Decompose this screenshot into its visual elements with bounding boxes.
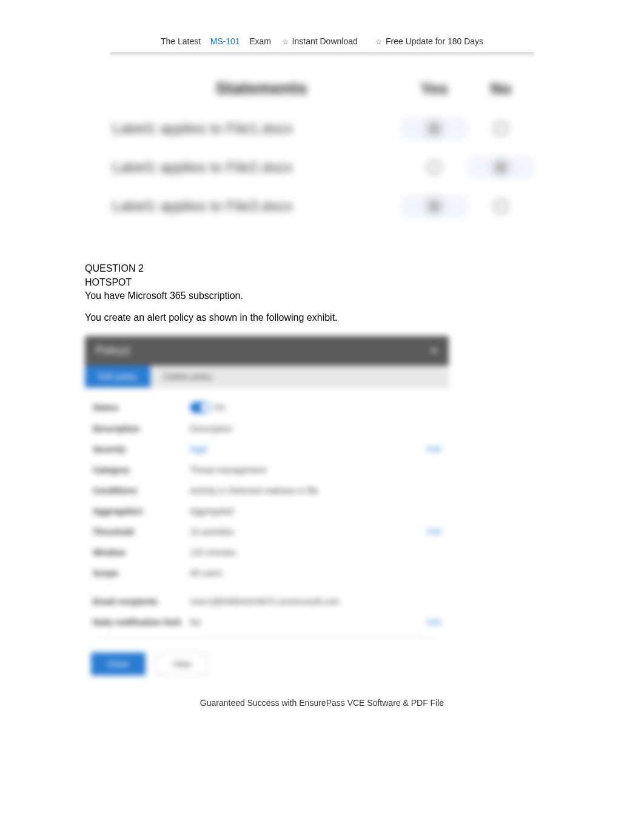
yes-cell[interactable] — [401, 195, 468, 217]
row-aggregation: Aggregation Aggregated — [92, 501, 442, 521]
top-banner: The Latest MS-101 Exam ☆ Instant Downloa… — [85, 36, 559, 46]
status-toggle[interactable]: On — [190, 402, 226, 413]
row-status: Status On — [92, 397, 442, 418]
yes-cell[interactable] — [401, 160, 468, 175]
description-label: Description — [93, 424, 190, 434]
threshold-edit-link[interactable]: Edit — [428, 527, 441, 536]
description-value: Description — [190, 424, 232, 434]
category-label: Category — [93, 465, 190, 475]
table-row: Label1 applies to File3.docx — [110, 187, 534, 226]
conditions-label: Conditions — [93, 486, 190, 495]
question-type: HOTSPOT — [85, 276, 559, 289]
aggregation-value: Aggregated — [190, 506, 233, 516]
panel-divider — [92, 587, 442, 588]
table-row: Label1 applies to File2.docx — [110, 148, 534, 187]
tab-edit-policy[interactable]: Edit policy — [85, 366, 150, 387]
window-value: 120 minutes — [190, 548, 236, 557]
yes-header: Yes — [401, 79, 468, 98]
yes-cell[interactable] — [401, 118, 468, 139]
threshold-value: 10 activities — [190, 527, 234, 537]
row-threshold: Threshold 10 activities Edit — [92, 521, 442, 542]
toggle-pill-icon[interactable] — [190, 402, 210, 413]
no-cell[interactable] — [468, 156, 534, 178]
recipients-value: User1@M365x024875.onmicrosoft.com — [190, 597, 340, 606]
top-divider — [110, 52, 534, 56]
exam-code-link[interactable]: MS-101 — [210, 36, 240, 46]
dailylimit-label: Daily notification limit — [93, 617, 190, 627]
footer-note: Guaranteed Success with EnsurePass VCE S… — [0, 698, 644, 708]
star-icon: ☆ — [375, 38, 382, 46]
severity-value: High — [190, 444, 207, 454]
statement-text: Label1 applies to File1.docx — [110, 120, 401, 137]
no-cell[interactable] — [468, 121, 534, 136]
topbar-suffix: Exam — [249, 36, 271, 46]
severity-edit-link[interactable]: Edit — [428, 444, 441, 454]
secondary-button[interactable]: View — [156, 652, 207, 676]
statements-header: Statements — [110, 79, 401, 98]
row-conditions: Conditions Activity is Detected malware … — [92, 480, 442, 501]
recipients-label: Email recipients — [93, 597, 190, 606]
row-window: Window 120 minutes — [92, 542, 442, 563]
topbar-prefix: The Latest — [161, 36, 201, 46]
aggregation-label: Aggregation — [93, 506, 190, 516]
scope-label: Scope — [93, 568, 190, 578]
statement-text: Label1 applies to File2.docx — [110, 159, 401, 176]
row-scope: Scope All users — [92, 563, 442, 583]
severity-label: Severity — [93, 444, 190, 454]
row-recipients: Email recipients User1@M365x024875.onmic… — [92, 591, 442, 612]
panel-tabs: Edit policy Delete policy — [85, 366, 449, 388]
status-label: Status — [93, 403, 190, 412]
conditions-value: Activity is Detected malware in file — [190, 486, 318, 495]
question-line1: You have Microsoft 365 subscription. — [85, 289, 559, 303]
close-icon[interactable]: ✕ — [430, 345, 438, 357]
panel-title: Policy1 — [96, 344, 131, 357]
category-value: Threat management — [190, 465, 266, 475]
threshold-label: Threshold — [93, 527, 190, 537]
panel-divider — [92, 636, 442, 637]
no-header: No — [468, 79, 534, 98]
statements-table: Statements Yes No Label1 applies to File… — [110, 68, 534, 238]
row-severity: Severity High Edit — [92, 439, 442, 460]
question-title: QUESTION 2 — [85, 262, 559, 275]
no-cell[interactable] — [468, 199, 534, 213]
panel-footer: Close View — [85, 643, 449, 690]
row-category: Category Threat management — [92, 460, 442, 480]
statement-text: Label1 applies to File3.docx — [110, 198, 401, 215]
close-button[interactable]: Close — [91, 652, 146, 676]
panel-header: Policy1 ✕ — [85, 336, 449, 366]
radio-icon[interactable] — [427, 199, 441, 213]
radio-icon[interactable] — [494, 199, 508, 213]
scope-value: All users — [190, 568, 223, 578]
panel-body: Status On Description Description Severi… — [85, 388, 449, 643]
status-value: On — [214, 403, 226, 412]
row-description: Description Description — [92, 418, 442, 439]
dailylimit-edit-link[interactable]: Edit — [428, 617, 441, 626]
radio-icon[interactable] — [427, 160, 441, 175]
radio-icon[interactable] — [427, 121, 441, 136]
row-daily-limit: Daily notification limit No Edit — [92, 612, 442, 632]
tab-delete-policy[interactable]: Delete policy — [150, 366, 226, 387]
topbar-feat2: Free Update for 180 Days — [386, 36, 483, 46]
topbar-feat1: Instant Download — [292, 36, 358, 46]
table-row: Label1 applies to File1.docx — [110, 109, 534, 148]
radio-icon[interactable] — [494, 121, 508, 136]
star-icon: ☆ — [282, 38, 289, 46]
radio-icon[interactable] — [494, 160, 508, 175]
question-line2: You create an alert policy as shown in t… — [85, 311, 559, 324]
dailylimit-value: No — [190, 617, 201, 627]
window-label: Window — [93, 548, 190, 557]
policy-panel: Policy1 ✕ Edit policy Delete policy Stat… — [85, 336, 449, 690]
question-block: QUESTION 2 HOTSPOT You have Microsoft 36… — [85, 262, 559, 325]
